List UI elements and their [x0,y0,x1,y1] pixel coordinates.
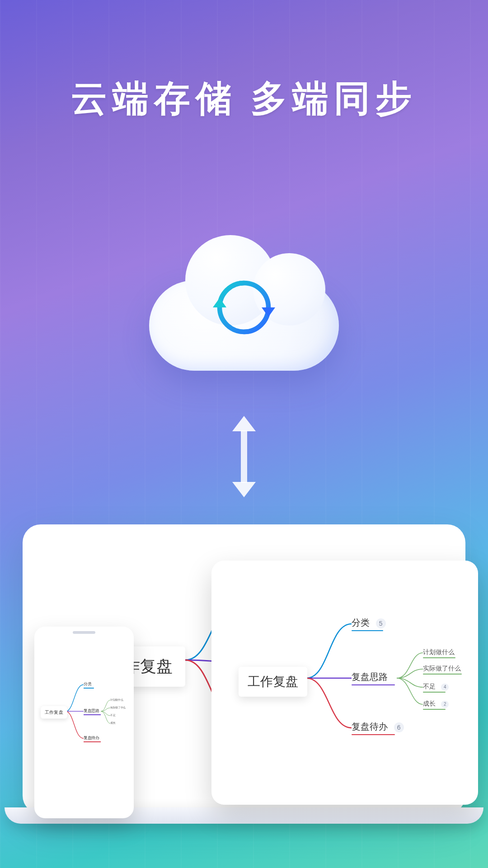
mindmap-sub-plan: 计划做什么 [423,648,455,658]
mindmap-sub-lack: 不足 [110,713,115,717]
phone-device: 工作复盘 分类 复盘思路 复盘待办 计划做什么 实际做了什么 不足 成长 [34,627,134,818]
svg-marker-2 [232,416,256,431]
page-headline: 云端存储多端同步 [0,75,488,123]
mindmap-root: 工作复盘 [41,706,67,719]
mindmap-sub-lack: 不足 4 [423,683,449,693]
mindmap-phone: 工作复盘 分类 复盘思路 复盘待办 计划做什么 实际做了什么 不足 成长 [41,672,127,766]
mindmap-child-category: 分类 5 [352,617,386,631]
headline-part1: 云端存储 [71,78,237,118]
svg-rect-3 [241,430,247,483]
cloud-sync-graphic [127,217,361,398]
mindmap-tablet: 工作复盘 分类 5 复盘思路 复盘待办 6 计划做什么 实际做了什么 不足 4 [239,597,474,769]
mindmap-child-category: 分类 [84,682,94,689]
svg-marker-4 [232,482,256,497]
mindmap-child-thinking: 复盘思路 [352,671,395,685]
mindmap-root: 工作复盘 [239,667,307,697]
mindmap-child-todo: 复盘待办 [84,736,101,742]
mindmap-sub-plan: 计划做什么 [110,698,123,702]
headline-part2: 多端同步 [251,78,417,118]
mindmap-child-todo: 复盘待办 6 [352,721,404,735]
svg-marker-1 [262,307,275,317]
mindmap-sub-grow: 成长 2 [423,700,449,710]
svg-marker-0 [213,298,226,307]
tablet-device: 工作复盘 分类 5 复盘思路 复盘待办 6 计划做什么 实际做了什么 不足 4 [211,561,478,805]
mindmap-sub-grow: 成长 [110,721,115,725]
sync-icon [210,274,278,341]
mindmap-sub-actual: 实际做了什么 [110,706,126,710]
mindmap-child-thinking: 复盘思路 [84,708,101,715]
updown-arrow-icon [226,416,262,497]
mindmap-sub-actual: 实际做了什么 [423,665,462,675]
